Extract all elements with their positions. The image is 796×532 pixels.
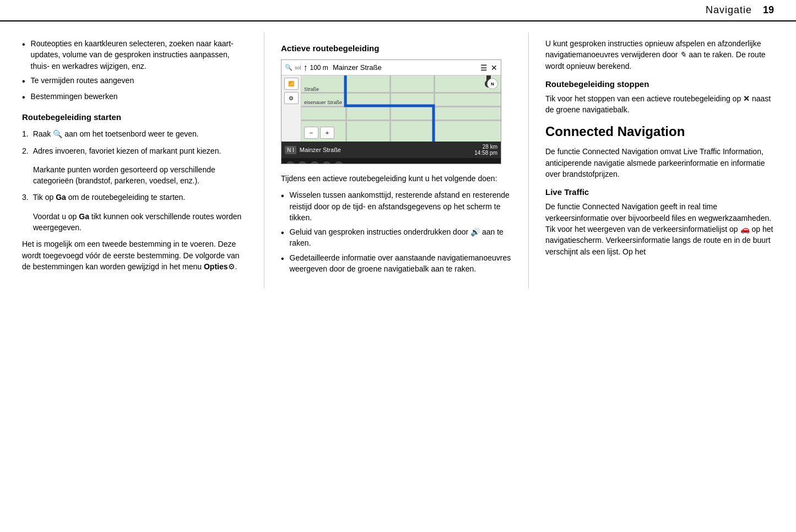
routebegeleiding-stoppen-text: Tik voor het stoppen van een actieve rou… (545, 93, 774, 116)
nav-time-display: 14:58 pm (474, 150, 497, 156)
nav-footer-mileage: ■■■5.■ (353, 163, 369, 164)
svg-text:eisenauer Straße: eisenauer Straße (304, 100, 342, 105)
nav-settings-button[interactable]: ⚙ (284, 92, 299, 104)
gear-icon: ⚙ (228, 262, 235, 271)
x-mark-icon: ✕ (743, 94, 750, 103)
step-1: Raak 🔍 aan om het toetsenbord weer te ge… (22, 128, 247, 139)
nav-clock: 14:22 (483, 163, 496, 165)
middle-body-intro: Tijdens een actieve routebegeleiding kun… (281, 173, 512, 184)
svg-text:Straße: Straße (304, 86, 319, 92)
list-item: Geluid van gesproken instructies onderdr… (281, 226, 512, 249)
nav-temperature: 18° (471, 163, 479, 165)
nav-zoom-controls: − + (304, 127, 334, 139)
nav-map-area: 📶 ⚙ (281, 75, 501, 142)
nav-music-icon[interactable]: ♫ (298, 161, 307, 164)
nav-compass-dir: N I (285, 146, 296, 154)
list-item: Te vermijden routes aangeven (22, 75, 247, 88)
header-title: Navigatie (706, 4, 752, 16)
car-icon: 🚗 (740, 225, 750, 234)
page-container: Navigatie 19 Routeopties en kaartkleuren… (0, 0, 796, 532)
pencil-icon: ✎ (680, 50, 686, 59)
list-item: Gedetailleerde informatie over aanstaand… (281, 252, 512, 275)
live-traffic-heading: Live Traffic (545, 187, 774, 197)
middle-bullet-list: Wisselen tussen aankomsttijd, resterende… (281, 189, 512, 274)
nav-distance: 100 m (310, 64, 328, 72)
nav-compass: N (487, 78, 498, 89)
nav-menu-icon[interactable]: ☰ (480, 63, 488, 72)
nav-search-icon: 🔍 (285, 64, 293, 71)
svg-rect-1 (301, 92, 501, 94)
nav-top-bar: 🔍 sol ↑ 100 m Mainzer Straße ☰ ✕ (281, 60, 501, 75)
step-3-note: Voordat u op Ga tikt kunnen ook verschil… (33, 211, 247, 234)
nav-street-name: Mainzer Straße (333, 63, 480, 72)
nav-apps-icon[interactable]: 📞 (334, 161, 343, 164)
nav-map-screenshot: 🔍 sol ↑ 100 m Mainzer Straße ☰ ✕ 📶 (281, 59, 501, 164)
col-middle: Actieve routebegeleiding 🔍 sol ↑ 100 m M… (264, 32, 529, 289)
step-3: Tik op Ga om de routebegeleiding te star… (22, 192, 247, 203)
nav-bottom-bar: N I Mainzer Straße 28 km 14:58 pm (281, 142, 501, 158)
nav-distance-display: 28 km (474, 144, 497, 150)
bottom-body-text: Het is mogelijk om een tweede bestemming… (22, 238, 247, 272)
list-item: Bestemmingen bewerken (22, 91, 247, 104)
nav-eta-box: 28 km 14:58 pm (474, 144, 497, 156)
list-item: Wisselen tussen aankomsttijd, resterende… (281, 189, 512, 223)
nav-map-main: Straße eisenauer Straße − + N (301, 75, 501, 142)
step-2: Adres invoeren, favoriet kiezen of marka… (22, 145, 247, 156)
nav-footer-icons: ⌂ ♫ ☎ ▲ 📞 (286, 161, 343, 164)
list-item: Routeopties en kaartkleuren selecteren, … (22, 38, 247, 72)
nav-left-panel: 📶 ⚙ (281, 75, 301, 142)
bullet-list-top: Routeopties en kaartkleuren selecteren, … (22, 38, 247, 104)
connected-navigation-text: De functie Connected Navigation omvat Li… (545, 146, 774, 180)
routebegeleiding-stoppen-heading: Routebegeleiding stoppen (545, 79, 774, 89)
numbered-steps: Raak 🔍 aan om het toetsenbord weer te ge… (22, 128, 247, 156)
nav-turn-arrow-icon: ↑ (304, 63, 308, 73)
search-icon: 🔍 (53, 129, 62, 138)
speaker-icon: 🔊 (470, 227, 480, 236)
col-left: Routeopties en kaartkleuren selecteren, … (0, 32, 264, 289)
step-2-note: Markante punten worden gesorteerd op ver… (33, 164, 247, 187)
col-right: U kunt gesproken instructies opnieuw afs… (529, 32, 796, 289)
nav-footer-bar: ⌂ ♫ ☎ ▲ 📞 ■■■5.■ 18° 14:22 (281, 158, 501, 164)
page-header: Navigatie 19 (0, 0, 796, 21)
content-columns: Routeopties en kaartkleuren selecteren, … (0, 21, 796, 289)
nav-zoom-out-button[interactable]: − (304, 127, 318, 139)
header-page-number: 19 (763, 4, 774, 16)
nav-footer-speed-info: 18° 14:22 (471, 163, 496, 165)
live-traffic-text: De functie Connected Navigation geeft in… (545, 201, 774, 257)
nav-phone-icon[interactable]: ☎ (310, 161, 319, 164)
svg-rect-5 (389, 75, 391, 142)
actieve-routebegeleiding-heading: Actieve routebegeleiding (281, 44, 512, 53)
routebegeleiding-starten-heading: Routebegeleiding starten (22, 112, 247, 122)
svg-rect-3 (301, 120, 501, 121)
nav-close-icon[interactable]: ✕ (491, 63, 497, 72)
nav-zoom-in-button[interactable]: + (320, 127, 334, 139)
nav-traffic-button[interactable]: 📶 (284, 78, 299, 90)
right-intro-text: U kunt gesproken instructies opnieuw afs… (545, 38, 774, 72)
nav-nav-icon[interactable]: ▲ (322, 161, 331, 164)
connected-navigation-heading: Connected Navigation (545, 124, 774, 139)
nav-home-icon[interactable]: ⌂ (286, 161, 295, 164)
numbered-steps-cont: Tik op Ga om de routebegeleiding te star… (22, 192, 247, 203)
nav-bottom-street: Mainzer Straße (300, 146, 475, 153)
